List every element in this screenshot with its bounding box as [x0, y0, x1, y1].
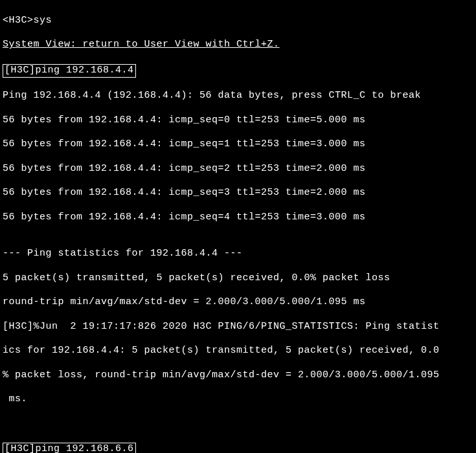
- ping1-log: ics for 192.168.4.4: 5 packet(s) transmi…: [3, 345, 468, 357]
- ping1-stats-header: --- Ping statistics for 192.168.4.4 ---: [3, 248, 468, 260]
- ping1-reply: 56 bytes from 192.168.4.4: icmp_seq=2 tt…: [3, 163, 468, 175]
- ping1-log: [H3C]%Jun 2 19:17:17:826 2020 H3C PING/6…: [3, 321, 468, 333]
- ping-command-2: [H3C]ping 192.168.6.6: [3, 443, 136, 453]
- prompt-sys: <H3C>sys: [3, 15, 468, 27]
- ping1-log: % packet loss, round-trip min/avg/max/st…: [3, 370, 468, 382]
- terminal-output[interactable]: <H3C>sys System View: return to User Vie…: [3, 3, 468, 453]
- ping1-log: ms.: [3, 393, 468, 406]
- ping1-reply: 56 bytes from 192.168.4.4: icmp_seq=0 tt…: [3, 115, 468, 127]
- ping1-reply: 56 bytes from 192.168.4.4: icmp_seq=4 tt…: [3, 212, 468, 224]
- ping1-stats: 5 packet(s) transmitted, 5 packet(s) rec…: [3, 272, 468, 285]
- system-view-msg: System View: return to User View with Ct…: [3, 39, 468, 51]
- ping1-reply: 56 bytes from 192.168.4.4: icmp_seq=3 tt…: [3, 187, 468, 199]
- ping1-stats: round-trip min/avg/max/std-dev = 2.000/3…: [3, 296, 468, 309]
- ping1-reply: 56 bytes from 192.168.4.4: icmp_seq=1 tt…: [3, 138, 468, 151]
- blank-line: [3, 418, 468, 430]
- ping-command-1: [H3C]ping 192.168.4.4: [3, 64, 136, 78]
- ping1-header: Ping 192.168.4.4 (192.168.4.4): 56 data …: [3, 90, 468, 102]
